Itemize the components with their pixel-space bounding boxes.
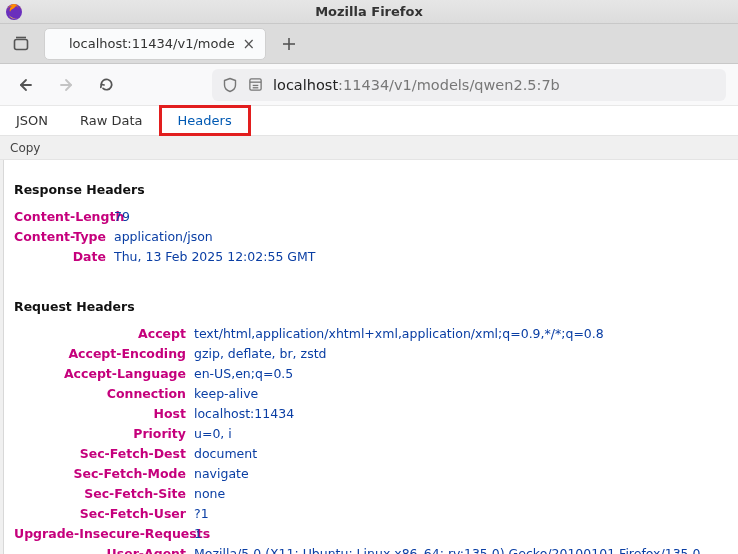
window-titlebar: Mozilla Firefox xyxy=(0,0,738,24)
new-tab-button[interactable] xyxy=(274,29,304,59)
header-value: text/html,application/xhtml+xml,applicat… xyxy=(194,324,728,344)
header-name: Date xyxy=(14,247,114,267)
header-value: ?1 xyxy=(194,504,728,524)
header-row: Sec-Fetch-User?1 xyxy=(14,504,728,524)
headers-panel: Response Headers Content-Length79Content… xyxy=(4,160,738,554)
json-viewer-tabs: JSON Raw Data Headers xyxy=(0,106,738,136)
tab-json[interactable]: JSON xyxy=(0,106,64,135)
header-value: application/json xyxy=(114,227,728,247)
header-name: Sec-Fetch-Dest xyxy=(14,444,194,464)
header-name: Accept-Encoding xyxy=(14,344,194,364)
header-row: Content-Typeapplication/json xyxy=(14,227,728,247)
header-name: User-Agent xyxy=(14,544,194,554)
firefox-app-icon xyxy=(4,2,24,22)
shield-icon[interactable] xyxy=(222,77,238,93)
url-text: localhost:11434/v1/models/qwen2.5:7b xyxy=(273,77,560,93)
header-name: Upgrade-Insecure-Requests xyxy=(14,524,194,544)
tab-strip: localhost:11434/v1/mode × xyxy=(0,24,738,64)
header-value: gzip, deflate, br, zstd xyxy=(194,344,728,364)
header-row: Hostlocalhost:11434 xyxy=(14,404,728,424)
header-row: Connectionkeep-alive xyxy=(14,384,728,404)
header-name: Accept xyxy=(14,324,194,344)
header-row: Sec-Fetch-Sitenone xyxy=(14,484,728,504)
header-value: u=0, i xyxy=(194,424,728,444)
nav-toolbar: localhost:11434/v1/models/qwen2.5:7b xyxy=(0,64,738,106)
json-viewer-toolbar: Copy xyxy=(0,136,738,160)
header-name: Content-Type xyxy=(14,227,114,247)
header-name: Accept-Language xyxy=(14,364,194,384)
header-value: Thu, 13 Feb 2025 12:02:55 GMT xyxy=(114,247,728,267)
header-row: Accepttext/html,application/xhtml+xml,ap… xyxy=(14,324,728,344)
tab-headers[interactable]: Headers xyxy=(159,105,251,136)
header-name: Sec-Fetch-Mode xyxy=(14,464,194,484)
copy-button[interactable]: Copy xyxy=(10,141,40,155)
header-row: Upgrade-Insecure-Requests1 xyxy=(14,524,728,544)
header-name: Content-Length xyxy=(14,207,114,227)
site-info-icon[interactable] xyxy=(248,77,263,92)
header-value: document xyxy=(194,444,728,464)
header-name: Priority xyxy=(14,424,194,444)
browser-tab[interactable]: localhost:11434/v1/mode × xyxy=(44,28,266,60)
tab-raw-data[interactable]: Raw Data xyxy=(64,106,159,135)
header-row: Sec-Fetch-Destdocument xyxy=(14,444,728,464)
tab-label: localhost:11434/v1/mode xyxy=(69,36,235,51)
header-value: en-US,en;q=0.5 xyxy=(194,364,728,384)
back-button[interactable] xyxy=(12,71,40,99)
header-value: navigate xyxy=(194,464,728,484)
forward-button[interactable] xyxy=(52,71,80,99)
header-row: Priorityu=0, i xyxy=(14,424,728,444)
recent-browsing-button[interactable] xyxy=(6,30,36,58)
header-row: User-AgentMozilla/5.0 (X11; Ubuntu; Linu… xyxy=(14,544,728,554)
url-rest: :11434/v1/models/qwen2.5:7b xyxy=(338,77,560,93)
header-value: 79 xyxy=(114,207,728,227)
url-host: localhost xyxy=(273,77,338,93)
header-value: localhost:11434 xyxy=(194,404,728,424)
response-headers-title: Response Headers xyxy=(14,182,728,197)
close-tab-icon[interactable]: × xyxy=(241,36,257,52)
header-value: 1 xyxy=(194,524,728,544)
header-row: Accept-Languageen-US,en;q=0.5 xyxy=(14,364,728,384)
window-title: Mozilla Firefox xyxy=(0,4,738,19)
header-row: Content-Length79 xyxy=(14,207,728,227)
header-row: Sec-Fetch-Modenavigate xyxy=(14,464,728,484)
header-name: Host xyxy=(14,404,194,424)
header-name: Sec-Fetch-User xyxy=(14,504,194,524)
content-area: Response Headers Content-Length79Content… xyxy=(0,160,738,554)
request-headers-list: Accepttext/html,application/xhtml+xml,ap… xyxy=(14,324,728,554)
header-value: Mozilla/5.0 (X11; Ubuntu; Linux x86_64; … xyxy=(194,544,728,554)
request-headers-title: Request Headers xyxy=(14,299,728,314)
header-name: Sec-Fetch-Site xyxy=(14,484,194,504)
url-bar[interactable]: localhost:11434/v1/models/qwen2.5:7b xyxy=(212,69,726,101)
reload-button[interactable] xyxy=(92,71,120,99)
svg-rect-1 xyxy=(15,39,28,49)
header-name: Connection xyxy=(14,384,194,404)
header-value: none xyxy=(194,484,728,504)
header-row: DateThu, 13 Feb 2025 12:02:55 GMT xyxy=(14,247,728,267)
header-value: keep-alive xyxy=(194,384,728,404)
response-headers-list: Content-Length79Content-Typeapplication/… xyxy=(14,207,728,267)
header-row: Accept-Encodinggzip, deflate, br, zstd xyxy=(14,344,728,364)
